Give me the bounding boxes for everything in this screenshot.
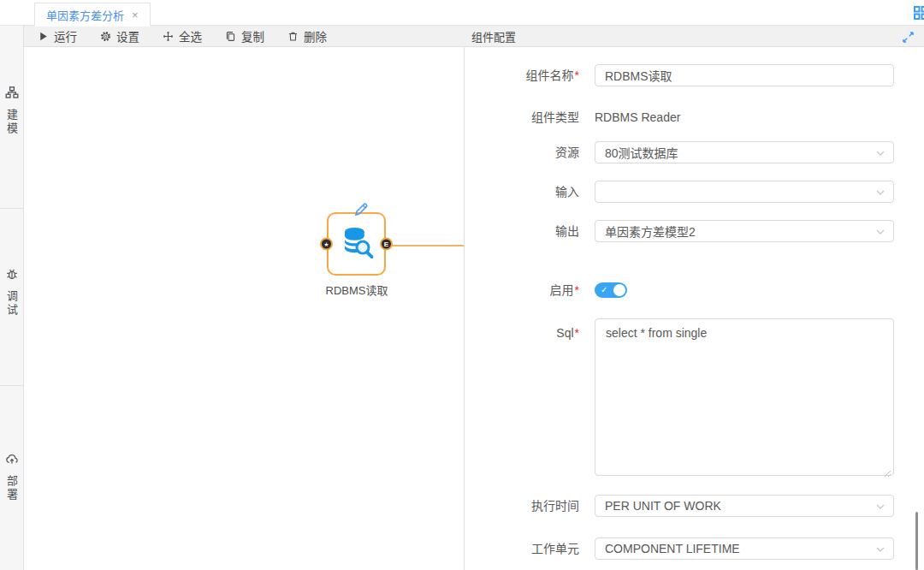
sidebar-item-debug[interactable]: 调试: [0, 267, 23, 318]
field-row-resource: 资源 80测试数据库: [465, 141, 924, 163]
required-mark: *: [575, 283, 579, 297]
field-label: 输入: [465, 181, 595, 203]
work-unit-value: COMPONENT LIFETIME: [605, 542, 740, 555]
tab-bar: 单因素方差分析 ×: [0, 0, 924, 26]
expand-panel-icon[interactable]: [903, 31, 914, 42]
main-area: 建模 调试 部署: [0, 26, 924, 570]
sidebar-label-debug: 调试: [3, 290, 20, 318]
sidebar-divider: [0, 385, 23, 386]
config-form: 组件名称* 组件类型 RDBMS Reader 资源 80测试数据库: [465, 47, 924, 570]
config-panel-header: 组件配置: [465, 26, 924, 47]
chevron-down-icon: [875, 147, 886, 157]
sidebar-divider: [0, 208, 23, 209]
sidebar-item-modeling[interactable]: 建模: [0, 86, 23, 136]
field-row-component-type: 组件类型 RDBMS Reader: [465, 109, 924, 126]
center-column: 运行 设置 全选: [24, 26, 465, 570]
delete-button[interactable]: 删除: [287, 27, 327, 45]
resource-select[interactable]: 80测试数据库: [595, 141, 894, 163]
panel-scrollbar[interactable]: [915, 512, 918, 570]
app-window: 单因素方差分析 × 建模: [0, 0, 924, 570]
pipeline-canvas[interactable]: ★ E RDBMS读取: [24, 47, 465, 570]
copy-button[interactable]: 复制: [225, 27, 264, 45]
chevron-down-icon: [875, 226, 886, 236]
work-unit-select[interactable]: COMPONENT LIFETIME: [595, 537, 894, 560]
field-row-sql: Sql* select * from single: [465, 318, 924, 476]
output-port[interactable]: E: [380, 238, 393, 251]
gear-icon: [100, 31, 111, 42]
run-button[interactable]: 运行: [38, 27, 77, 45]
config-panel: 组件配置 组件名称* 组件类型 RDBMS Reader 资源: [465, 26, 924, 570]
settings-label: 设置: [116, 27, 139, 45]
output-value: 单因素方差模型2: [605, 223, 696, 240]
required-mark: *: [575, 326, 579, 340]
copy-label: 复制: [241, 27, 264, 45]
edit-pencil-icon[interactable]: [352, 201, 370, 218]
trash-icon: [287, 31, 299, 42]
component-name-input[interactable]: [595, 64, 894, 86]
copy-icon: [225, 31, 236, 42]
field-row-component-name: 组件名称*: [465, 64, 924, 86]
field-label: 工作单元: [465, 537, 595, 560]
exec-time-select[interactable]: PER UNIT OF WORK: [595, 495, 894, 517]
field-label: Sql*: [465, 318, 595, 341]
canvas-toolbar: 运行 设置 全选: [24, 26, 465, 47]
hierarchy-icon: [5, 86, 19, 103]
play-icon: [38, 31, 49, 42]
left-rail: 建模 调试 部署: [0, 26, 24, 570]
field-label: 组件类型: [465, 109, 595, 126]
check-icon: ✓: [601, 284, 607, 296]
component-type-value: RDBMS Reader: [595, 109, 894, 126]
sql-textarea[interactable]: select * from single: [595, 318, 894, 476]
field-row-input: 输入: [465, 181, 924, 203]
field-label: 输出: [465, 220, 595, 242]
field-row-exec-time: 执行时间 PER UNIT OF WORK: [465, 495, 924, 517]
settings-button[interactable]: 设置: [100, 27, 139, 45]
output-select[interactable]: 单因素方差模型2: [595, 220, 894, 242]
field-label: 启用*: [465, 282, 595, 298]
exec-time-value: PER UNIT OF WORK: [605, 499, 721, 513]
required-mark: *: [575, 68, 579, 82]
sidebar-label-deploy: 部署: [3, 475, 20, 502]
cloud-upload-icon: [5, 452, 19, 469]
database-search-icon: [339, 224, 375, 264]
select-all-icon: [163, 31, 174, 42]
select-all-label: 全选: [179, 27, 202, 45]
field-label: 资源: [465, 141, 595, 163]
field-label: 执行时间: [465, 495, 595, 517]
sidebar-label-modeling: 建模: [3, 109, 20, 136]
field-row-output: 输出 单因素方差模型2: [465, 220, 924, 242]
chevron-down-icon: [875, 187, 886, 197]
resource-value: 80测试数据库: [605, 144, 678, 161]
input-select[interactable]: [595, 181, 894, 203]
delete-label: 删除: [304, 27, 327, 45]
select-all-button[interactable]: 全选: [163, 27, 202, 45]
chevron-down-icon: [875, 543, 886, 554]
bug-icon: [5, 267, 19, 284]
field-row-enabled: 启用* ✓: [465, 282, 924, 298]
tab-close-icon[interactable]: ×: [132, 9, 139, 21]
node-rdbms-reader[interactable]: ★ E: [327, 212, 386, 276]
run-label: 运行: [54, 27, 77, 45]
input-port[interactable]: ★: [320, 238, 333, 251]
panel-title: 组件配置: [471, 28, 516, 45]
tab-anova-analysis[interactable]: 单因素方差分析 ×: [34, 3, 151, 27]
node-label: RDBMS读取: [305, 282, 408, 298]
connection-edge[interactable]: [383, 245, 464, 246]
toggle-knob: [613, 284, 625, 296]
tab-title: 单因素方差分析: [46, 7, 124, 23]
field-label: 组件名称*: [465, 64, 595, 86]
chevron-down-icon: [875, 501, 886, 511]
apps-grid-icon[interactable]: [913, 5, 924, 21]
enabled-toggle[interactable]: ✓: [595, 282, 627, 298]
sidebar-item-deploy[interactable]: 部署: [0, 452, 23, 502]
field-row-work-unit: 工作单元 COMPONENT LIFETIME: [465, 537, 924, 560]
